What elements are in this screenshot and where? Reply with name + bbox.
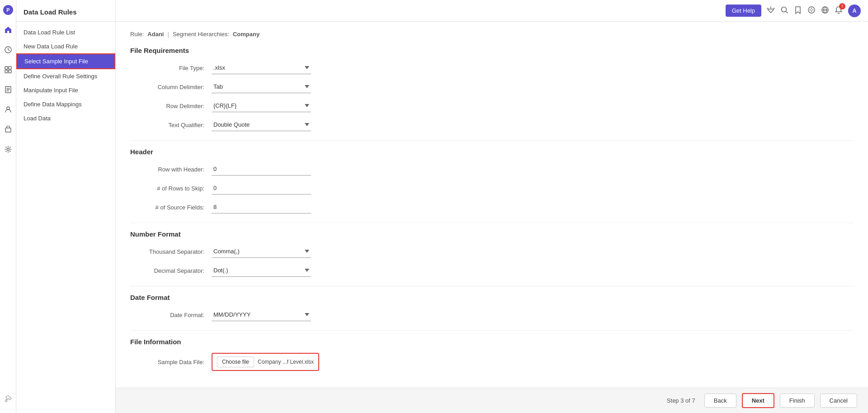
notification-icon[interactable]: 7 bbox=[835, 6, 843, 16]
nav-grid-icon[interactable] bbox=[2, 63, 14, 76]
rule-label: Rule: bbox=[130, 31, 144, 38]
main-panel: Get Help 7 A Rule bbox=[116, 0, 868, 413]
breadcrumb: Rule: Adani | Segment Hierarchies: Compa… bbox=[130, 31, 854, 38]
date-format-header: Date Format bbox=[130, 294, 854, 301]
topbar-right: Get Help 7 A bbox=[726, 5, 861, 17]
decimal-separator-select[interactable]: Dot(.) Comma(,) bbox=[212, 264, 311, 277]
app-logo: P bbox=[2, 4, 14, 16]
text-qualifier-label: Text Qualifier: bbox=[130, 122, 212, 128]
rule-value: Adani bbox=[147, 31, 164, 38]
row-with-header-row: Row with Header: bbox=[130, 163, 854, 176]
sidebar-item-manipulate-input-file[interactable]: Manipulate Input File bbox=[16, 83, 115, 97]
sidebar-item-load-data[interactable]: Load Data bbox=[16, 111, 115, 125]
svg-rect-3 bbox=[5, 66, 8, 69]
avatar[interactable]: A bbox=[848, 5, 861, 17]
back-button[interactable]: Back bbox=[704, 394, 736, 408]
icon-bar: P bbox=[0, 0, 16, 413]
sidebar-item-define-data-mappings[interactable]: Define Data Mappings bbox=[16, 97, 115, 111]
svg-point-12 bbox=[808, 7, 815, 13]
svg-rect-4 bbox=[9, 66, 11, 69]
file-type-select[interactable]: .xlsx .csv .txt bbox=[212, 62, 311, 74]
step-label: Step 3 of 7 bbox=[667, 397, 695, 404]
thousand-separator-row: Thousand Separator: Comma(,) Dot(.) None bbox=[130, 245, 854, 258]
header-section-header: Header bbox=[130, 148, 854, 156]
text-qualifier-select[interactable]: Double Quote Single Quote None bbox=[212, 119, 311, 131]
content-area: Rule: Adani | Segment Hierarchies: Compa… bbox=[116, 22, 868, 388]
file-requirements-header: File Requirements bbox=[130, 47, 854, 54]
finish-button[interactable]: Finish bbox=[780, 394, 815, 408]
nav-pin-icon[interactable] bbox=[5, 395, 12, 409]
sidebar-nav: Data Load Rule List New Data Load Rule S… bbox=[16, 22, 115, 129]
globe-icon[interactable] bbox=[821, 6, 829, 16]
row-delimiter-select[interactable]: {CR}{LF} {LF} {CR} bbox=[212, 100, 311, 112]
column-delimiter-label: Column Delimiter: bbox=[130, 84, 212, 90]
column-delimiter-row: Column Delimiter: Tab Comma Pipe bbox=[130, 81, 854, 93]
rows-to-skip-label: # of Rows to Skip: bbox=[130, 185, 212, 192]
sidebar-item-define-overall-rule-settings[interactable]: Define Overall Rule Settings bbox=[16, 69, 115, 83]
thousand-separator-select[interactable]: Comma(,) Dot(.) None bbox=[212, 245, 311, 258]
date-format-row: Date Format: MM/DD/YYYY DD/MM/YYYY YYYY/… bbox=[130, 309, 854, 321]
svg-point-8 bbox=[7, 107, 9, 109]
svg-rect-6 bbox=[9, 70, 11, 73]
row-delimiter-row: Row Delimiter: {CR}{LF} {LF} {CR} bbox=[130, 100, 854, 112]
section-divider-2 bbox=[130, 223, 854, 223]
notification-badge: 7 bbox=[839, 3, 845, 9]
source-fields-input[interactable] bbox=[212, 201, 311, 214]
rows-to-skip-row: # of Rows to Skip: bbox=[130, 182, 854, 195]
decimal-separator-row: Decimal Separator: Dot(.) Comma(,) bbox=[130, 264, 854, 277]
svg-rect-5 bbox=[5, 70, 8, 73]
source-fields-row: # of Source Fields: bbox=[130, 201, 854, 214]
nav-settings-icon[interactable] bbox=[2, 143, 14, 156]
footer: Step 3 of 7 Back Next Finish Cancel bbox=[116, 388, 868, 413]
file-info-box: Choose file Company ...f Level.xlsx bbox=[212, 353, 319, 371]
file-name-display: Company ...f Level.xlsx bbox=[258, 359, 314, 365]
sample-data-file-label: Sample Data File: bbox=[130, 359, 212, 366]
svg-rect-9 bbox=[5, 128, 11, 132]
date-format-select[interactable]: MM/DD/YYYY DD/MM/YYYY YYYY/MM/DD bbox=[212, 309, 311, 321]
cancel-button[interactable]: Cancel bbox=[820, 394, 857, 408]
source-fields-label: # of Source Fields: bbox=[130, 204, 212, 211]
choose-file-button[interactable]: Choose file bbox=[217, 356, 254, 367]
file-type-label: File Type: bbox=[130, 65, 212, 71]
file-type-row: File Type: .xlsx .csv .txt bbox=[130, 62, 854, 74]
section-divider-4 bbox=[130, 330, 854, 331]
rows-to-skip-input[interactable] bbox=[212, 182, 311, 195]
topbar: Get Help 7 A bbox=[116, 0, 868, 22]
nav-person-icon[interactable] bbox=[2, 103, 14, 116]
file-information-header: File Information bbox=[130, 338, 854, 346]
row-delimiter-label: Row Delimiter: bbox=[130, 103, 212, 109]
announcement-icon[interactable] bbox=[767, 6, 775, 16]
svg-text:P: P bbox=[6, 7, 9, 13]
search-icon[interactable] bbox=[780, 6, 788, 16]
segment-label: Segment Hierarchies: bbox=[173, 31, 229, 38]
date-format-label: Date Format: bbox=[130, 312, 212, 318]
get-help-button[interactable]: Get Help bbox=[726, 5, 761, 17]
row-with-header-label: Row with Header: bbox=[130, 166, 212, 173]
sample-data-file-row: Sample Data File: Choose file Company ..… bbox=[130, 353, 854, 371]
number-format-header: Number Format bbox=[130, 230, 854, 238]
breadcrumb-separator: | bbox=[167, 31, 169, 38]
section-divider-1 bbox=[130, 140, 854, 141]
next-button[interactable]: Next bbox=[742, 393, 774, 408]
text-qualifier-row: Text Qualifier: Double Quote Single Quot… bbox=[130, 119, 854, 131]
nav-home-icon[interactable] bbox=[2, 24, 14, 36]
sidebar-item-new-data-load-rule[interactable]: New Data Load Rule bbox=[16, 39, 115, 53]
nav-box-icon[interactable] bbox=[2, 123, 14, 136]
sidebar: Data Load Rules Data Load Rule List New … bbox=[16, 0, 116, 413]
row-with-header-input[interactable] bbox=[212, 163, 311, 176]
section-divider-3 bbox=[130, 286, 854, 286]
thousand-separator-label: Thousand Separator: bbox=[130, 248, 212, 255]
sidebar-item-data-load-rule-list[interactable]: Data Load Rule List bbox=[16, 25, 115, 39]
compass-icon[interactable] bbox=[807, 6, 816, 16]
segment-value: Company bbox=[233, 31, 259, 38]
nav-clock-icon[interactable] bbox=[2, 43, 14, 56]
svg-point-10 bbox=[7, 148, 9, 151]
column-delimiter-select[interactable]: Tab Comma Pipe bbox=[212, 81, 311, 93]
bookmark-icon[interactable] bbox=[794, 6, 802, 16]
sidebar-item-select-sample-input-file[interactable]: Select Sample Input File bbox=[16, 53, 115, 69]
sidebar-title: Data Load Rules bbox=[16, 0, 115, 22]
decimal-separator-label: Decimal Separator: bbox=[130, 267, 212, 274]
nav-report-icon[interactable] bbox=[2, 83, 14, 96]
